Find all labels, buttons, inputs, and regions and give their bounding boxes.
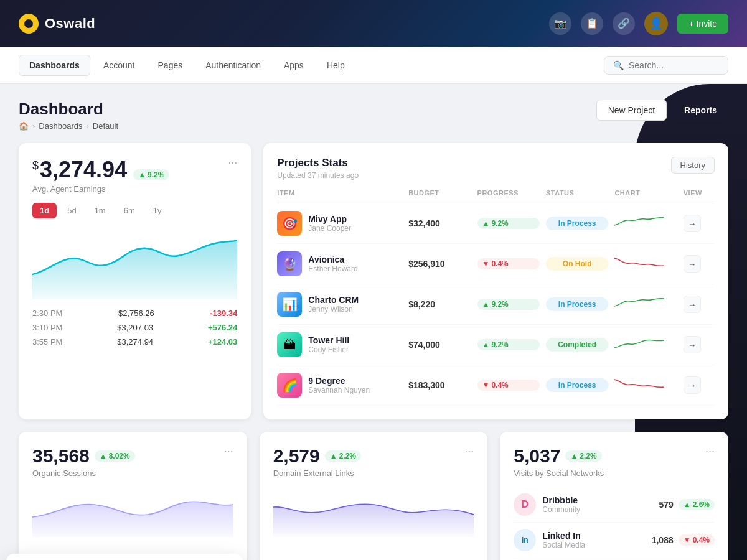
status-tower: Completed bbox=[546, 338, 608, 352]
nav-dashboards[interactable]: Dashboards bbox=[19, 55, 90, 76]
table-row: 📊 Charto CRM Jenny Wilson $8,220 ▲ 9.2% … bbox=[277, 284, 715, 325]
time-1: 2:30 PM bbox=[32, 309, 62, 318]
social-row-dribbble: D Dribbble Community 579 ▲ 2.6% bbox=[514, 487, 715, 523]
top-navigation: Oswald 📷 📋 🔗 👤 + Invite bbox=[0, 0, 747, 47]
nav-apps[interactable]: Apps bbox=[274, 55, 314, 75]
view-mivy[interactable]: → bbox=[684, 215, 701, 232]
project-thumb-mivy: 🎯 bbox=[277, 211, 302, 236]
social-more-button[interactable]: ··· bbox=[705, 446, 715, 457]
clipboard-icon[interactable]: 📋 bbox=[581, 12, 603, 35]
social-row-linkedin: in Linked In Social Media 1,088 ▼ 0.4% bbox=[514, 523, 715, 558]
change-2: +576.24 bbox=[208, 323, 237, 332]
external-number: 2,579 ▲ 2.2% bbox=[273, 446, 361, 467]
organic-sessions-card: 35,568 ▲ 8.02% Organic Sessions ··· bbox=[19, 432, 247, 560]
search-input[interactable] bbox=[629, 60, 719, 70]
avatar[interactable]: 👤 bbox=[644, 12, 668, 35]
external-links-card: 2,579 ▲ 2.2% Domain External Links ··· bbox=[260, 432, 488, 560]
project-name-avionica: Avionica bbox=[308, 254, 357, 264]
breadcrumb-dashboards: Dashboards bbox=[39, 121, 82, 131]
progress-avionica: ▼ 0.4% bbox=[477, 258, 540, 269]
progress-mivy: ▲ 9.2% bbox=[477, 218, 540, 229]
nav-authentication[interactable]: Authentication bbox=[195, 55, 271, 75]
earnings-row-3: 3:55 PM $3,274.94 +124.03 bbox=[32, 337, 237, 347]
organic-chart bbox=[32, 487, 233, 560]
camera-icon[interactable]: 📷 bbox=[549, 12, 571, 35]
amount-3: $3,274.94 bbox=[117, 337, 153, 347]
col-budget: BUDGET bbox=[408, 189, 471, 197]
header-actions: New Project Reports bbox=[596, 100, 728, 121]
time-filters: 1d 5d 1m 6m 1y bbox=[32, 203, 237, 218]
projects-table-header: ITEM BUDGET PROGRESS STATUS CHART VIEW bbox=[277, 183, 715, 203]
status-avionica: On Hold bbox=[546, 257, 608, 271]
organic-badge: ▲ 8.02% bbox=[95, 450, 135, 462]
project-name-charto: Charto CRM bbox=[308, 295, 359, 305]
new-project-button[interactable]: New Project bbox=[596, 100, 667, 121]
view-9degree[interactable]: → bbox=[684, 376, 701, 394]
table-row: 🔮 Avionica Esther Howard $256,910 ▼ 0.4%… bbox=[277, 244, 715, 284]
earnings-label: Avg. Agent Earnings bbox=[32, 184, 169, 194]
breadcrumb-default: Default bbox=[93, 121, 118, 131]
status-mivy: In Process bbox=[546, 217, 608, 230]
linkedin-badge: ▼ 0.4% bbox=[679, 534, 715, 546]
earnings-header: $3,274.94 ▲ 9.2% Avg. Agent Earnings ··· bbox=[32, 157, 237, 194]
time-3: 3:55 PM bbox=[32, 337, 62, 347]
top-bar-actions: 📷 📋 🔗 👤 + Invite bbox=[549, 12, 728, 35]
bootstrap-overlay: B Bootstrap 5 bbox=[6, 554, 243, 560]
project-name-tower: Tower Hill bbox=[308, 335, 349, 345]
earnings-row-1: 2:30 PM $2,756.26 -139.34 bbox=[32, 309, 237, 318]
history-button[interactable]: History bbox=[671, 157, 715, 174]
organic-number: 35,568 ▲ 8.02% bbox=[32, 446, 135, 467]
search-box[interactable]: 🔍 bbox=[604, 56, 728, 75]
project-thumb-tower: 🏔 bbox=[277, 332, 302, 357]
sparkline-mivy bbox=[614, 213, 677, 234]
external-more-button[interactable]: ··· bbox=[464, 446, 474, 457]
filter-6m[interactable]: 6m bbox=[116, 203, 143, 218]
dribbble-badge: ▲ 2.6% bbox=[679, 499, 715, 510]
external-header: 2,579 ▲ 2.2% Domain External Links ··· bbox=[273, 446, 474, 478]
cards-row-1: $3,274.94 ▲ 9.2% Avg. Agent Earnings ···… bbox=[19, 143, 728, 419]
brand-name: Oswald bbox=[45, 16, 95, 32]
progress-9degree: ▼ 0.4% bbox=[477, 380, 540, 391]
nav-links: Dashboards Account Pages Authentication … bbox=[19, 55, 355, 76]
project-info-avionica: 🔮 Avionica Esther Howard bbox=[277, 251, 402, 276]
reports-button[interactable]: Reports bbox=[673, 100, 728, 121]
filter-1y[interactable]: 1y bbox=[146, 203, 169, 218]
linkedin-name: Linked In bbox=[542, 531, 585, 541]
invite-button[interactable]: + Invite bbox=[677, 14, 728, 34]
nav-pages[interactable]: Pages bbox=[148, 55, 193, 75]
dribbble-icon: D bbox=[514, 493, 536, 516]
budget-9degree: $183,300 bbox=[408, 380, 471, 390]
nav-account[interactable]: Account bbox=[93, 55, 145, 75]
project-author-mivy: Jane Cooper bbox=[308, 224, 351, 233]
project-name-9degree: 9 Degree bbox=[308, 376, 370, 386]
budget-tower: $74,000 bbox=[408, 340, 471, 350]
filter-5d[interactable]: 5d bbox=[60, 203, 83, 218]
table-row: 🎯 Mivy App Jane Cooper $32,400 ▲ 9.2% In… bbox=[277, 203, 715, 244]
filter-1m[interactable]: 1m bbox=[87, 203, 113, 218]
projects-title-section: Projects Stats Updated 37 minutes ago bbox=[277, 157, 359, 180]
view-avionica[interactable]: → bbox=[684, 255, 701, 273]
projects-updated: Updated 37 minutes ago bbox=[277, 171, 359, 180]
social-label: Visits by Social Networks bbox=[514, 469, 604, 478]
external-badge: ▲ 2.2% bbox=[325, 450, 361, 462]
currency-symbol: $ bbox=[32, 159, 39, 172]
col-view: VIEW bbox=[684, 189, 715, 197]
project-info-tower: 🏔 Tower Hill Cody Fisher bbox=[277, 332, 402, 357]
project-info-mivy: 🎯 Mivy App Jane Cooper bbox=[277, 211, 402, 236]
project-thumb-9degree: 🌈 bbox=[277, 373, 302, 398]
budget-mivy: $32,400 bbox=[408, 218, 471, 228]
nav-help[interactable]: Help bbox=[317, 55, 355, 75]
share-icon[interactable]: 🔗 bbox=[613, 12, 635, 35]
view-tower[interactable]: → bbox=[684, 336, 701, 353]
view-charto[interactable]: → bbox=[684, 296, 701, 313]
dribbble-type: Community bbox=[542, 505, 580, 514]
earnings-more-button[interactable]: ··· bbox=[228, 157, 237, 168]
social-badge: ▲ 2.2% bbox=[565, 450, 601, 462]
sparkline-tower bbox=[614, 334, 677, 355]
amount-1: $2,756.26 bbox=[118, 309, 154, 318]
filter-1d[interactable]: 1d bbox=[32, 203, 57, 218]
organic-more-button[interactable]: ··· bbox=[224, 446, 233, 457]
col-item: ITEM bbox=[277, 189, 402, 197]
earnings-amount: $3,274.94 ▲ 9.2% bbox=[32, 157, 169, 183]
status-9degree: In Process bbox=[546, 378, 608, 392]
